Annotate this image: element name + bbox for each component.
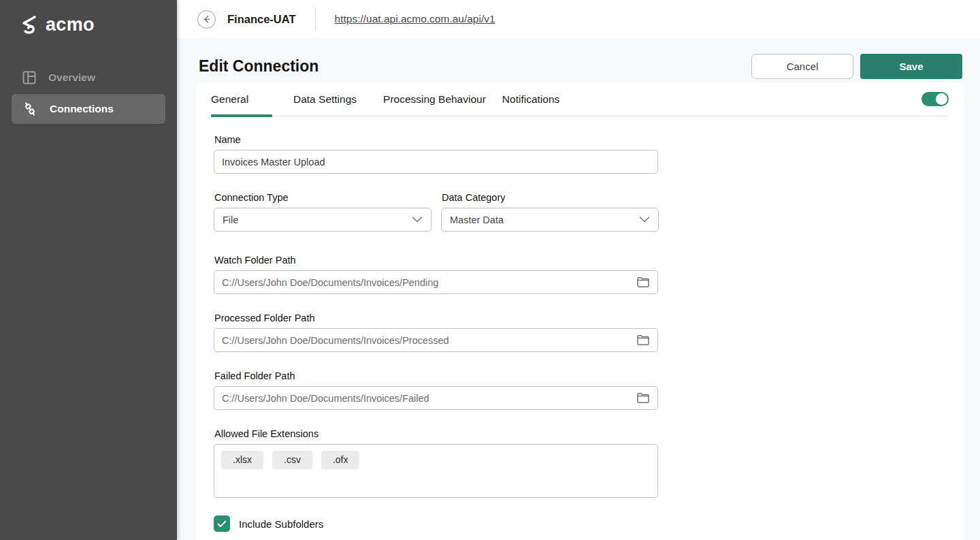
- tab-bar: General Data Settings Processing Behavio…: [211, 82, 949, 116]
- sidebar-item-connections[interactable]: Connections: [12, 94, 165, 124]
- tab-general[interactable]: General: [211, 82, 272, 116]
- connection-type-group: Connection Type File: [214, 192, 431, 232]
- brand-name: acmo: [46, 14, 95, 35]
- failed-folder-field: [214, 386, 658, 410]
- sidebar-item-overview[interactable]: Overview: [12, 63, 165, 93]
- sidebar-item-label: Overview: [48, 72, 95, 84]
- failed-folder-group: Failed Folder Path: [214, 370, 964, 410]
- data-category-value: Master Data: [450, 215, 504, 225]
- connection-enabled-toggle[interactable]: [921, 92, 949, 106]
- browse-folder-icon[interactable]: [636, 392, 650, 404]
- api-base-url-link[interactable]: https://uat.api.acmo.com.au/api/v1: [335, 13, 495, 25]
- arrow-left-icon: [201, 14, 212, 25]
- processed-folder-label: Processed Folder Path: [214, 313, 964, 323]
- general-form: Name Connection Type File: [196, 116, 964, 532]
- name-label: Name: [214, 134, 658, 145]
- brand-logo: acmo: [0, 0, 177, 35]
- app-window: acmo Overview: [0, 0, 980, 540]
- sidebar: acmo Overview: [0, 0, 177, 540]
- connection-type-select[interactable]: File: [214, 208, 431, 232]
- plug-connection-icon: [22, 101, 38, 117]
- include-subfolders-checkbox[interactable]: [214, 515, 230, 532]
- chevron-down-icon: [639, 217, 650, 223]
- tab-data-settings[interactable]: Data Settings: [293, 82, 357, 116]
- sidebar-nav: Overview Connections: [0, 63, 177, 124]
- watch-folder-group: Watch Folder Path: [214, 255, 964, 294]
- top-header: Finance-UAT https://uat.api.acmo.com.au/…: [177, 0, 980, 38]
- type-category-row: Connection Type File Data Category Maste…: [214, 192, 964, 232]
- page-title: Edit Connection: [199, 57, 318, 76]
- extensions-group: Allowed File Extensions .xlsx .csv .ofx: [214, 428, 964, 498]
- connection-env-title: Finance-UAT: [227, 13, 296, 26]
- tab-processing-behaviour[interactable]: Processing Behaviour: [383, 82, 486, 116]
- save-button[interactable]: Save: [860, 54, 962, 79]
- extensions-tag-input[interactable]: .xlsx .csv .ofx: [214, 444, 658, 498]
- include-subfolders-label: Include Subfolders: [239, 518, 323, 530]
- watch-folder-input[interactable]: [222, 277, 631, 288]
- edit-connection-card: General Data Settings Processing Behavio…: [196, 82, 964, 540]
- checkmark-icon: [217, 520, 227, 528]
- browse-folder-icon[interactable]: [636, 276, 650, 288]
- name-input[interactable]: [214, 150, 658, 174]
- processed-folder-group: Processed Folder Path: [214, 313, 964, 352]
- extensions-label: Allowed File Extensions: [214, 428, 964, 439]
- data-category-select[interactable]: Master Data: [441, 208, 659, 232]
- browse-folder-icon[interactable]: [636, 334, 650, 346]
- failed-folder-input[interactable]: [222, 393, 631, 404]
- toggle-knob: [936, 93, 947, 105]
- overview-icon: [22, 70, 37, 85]
- connection-type-label: Connection Type: [214, 192, 431, 203]
- processed-folder-input[interactable]: [222, 335, 631, 346]
- data-category-label: Data Category: [442, 192, 659, 203]
- watch-folder-field: [214, 270, 658, 294]
- extension-tag[interactable]: .ofx: [321, 451, 360, 469]
- data-category-group: Data Category Master Data: [441, 192, 659, 232]
- name-field-group: Name: [214, 134, 658, 174]
- header-divider: [315, 7, 316, 31]
- watch-folder-label: Watch Folder Path: [214, 255, 964, 266]
- cancel-button[interactable]: Cancel: [751, 54, 853, 79]
- tab-notifications[interactable]: Notifications: [502, 82, 559, 116]
- extension-tag[interactable]: .csv: [272, 451, 312, 469]
- extension-tag[interactable]: .xlsx: [221, 451, 263, 469]
- back-button[interactable]: [197, 10, 216, 29]
- include-subfolders-row: Include Subfolders: [214, 515, 964, 532]
- connection-type-value: File: [223, 215, 238, 225]
- failed-folder-label: Failed Folder Path: [214, 370, 964, 381]
- chevron-down-icon: [412, 217, 423, 223]
- acmo-logo-icon: [18, 14, 39, 35]
- sidebar-item-label: Connections: [50, 103, 114, 115]
- processed-folder-field: [214, 328, 658, 352]
- content-area: Edit Connection Cancel Save General Data…: [177, 38, 980, 540]
- page-heading-row: Edit Connection Cancel Save: [199, 53, 962, 79]
